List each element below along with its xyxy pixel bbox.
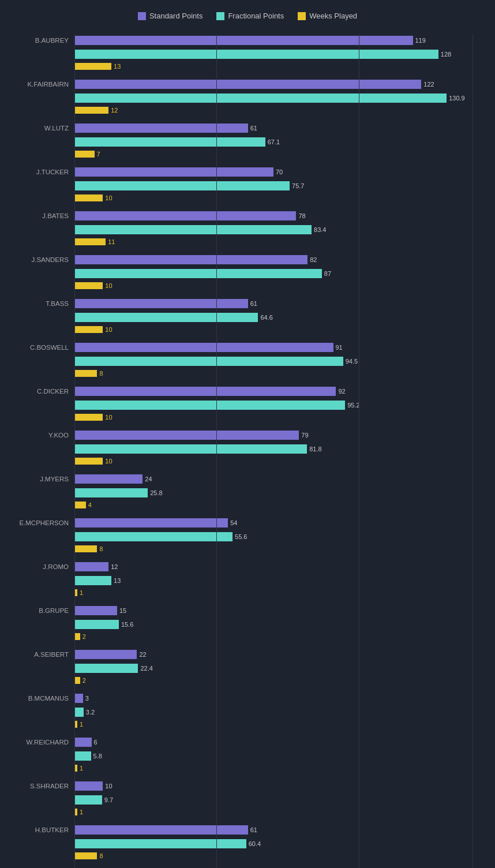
weeks-bar-track: 10 — [74, 324, 484, 335]
legend-label: Weeks Played — [309, 12, 357, 20]
standard-bar-fill — [74, 167, 273, 177]
fractional-bar-value: 75.7 — [292, 182, 304, 189]
player-name: H.BUTKER — [11, 826, 74, 833]
fractional-bar-row: 83.4 — [11, 223, 484, 236]
standard-bar-row: J.MYERS24 — [11, 473, 484, 485]
standard-bar-value: 3 — [85, 695, 89, 702]
weeks-bar-value: 13 — [114, 63, 121, 70]
weeks-bar-row: 1 — [11, 588, 484, 597]
standard-bar-value: 119 — [415, 37, 426, 44]
weeks-bar-row: 10 — [11, 281, 484, 290]
weeks-bar-value: 1 — [80, 589, 83, 596]
fractional-bar-row: 25.8 — [11, 487, 484, 499]
standard-bar-value: 15 — [119, 607, 126, 614]
fractional-bar-value: 15.6 — [121, 621, 133, 628]
bar-group: B.AUBREY11912813 — [11, 34, 484, 72]
standard-bar-track: 54 — [74, 518, 484, 528]
player-name: B.AUBREY — [11, 37, 74, 44]
weeks-bar-track: 1 — [74, 588, 484, 598]
weeks-bar-row: 11 — [11, 237, 484, 246]
legend-label: Standard Points — [149, 12, 203, 20]
fractional-bar-fill — [74, 401, 345, 410]
standard-bar-row: J.SANDERS82 — [11, 253, 484, 266]
fractional-bar-row: 95.2 — [11, 399, 484, 411]
standard-bar-fill — [74, 299, 248, 308]
bar-group: E.MCPHERSON5455.68 — [11, 517, 484, 555]
weeks-bar-track: 8 — [74, 368, 484, 379]
weeks-bar-fill — [74, 63, 111, 70]
weeks-bar-row: 10 — [11, 325, 484, 334]
weeks-bar-value: 7 — [97, 151, 100, 158]
fractional-bar-track: 25.8 — [74, 488, 484, 498]
weeks-bar-fill — [74, 545, 97, 552]
fractional-bar-value: 3.2 — [86, 709, 95, 716]
fractional-bar-fill — [74, 50, 438, 59]
weeks-bar-fill — [74, 326, 103, 333]
bar-group: J.SANDERS828710 — [11, 253, 484, 291]
legend-swatch — [298, 12, 306, 20]
standard-bar-value: 82 — [310, 256, 317, 263]
weeks-bar-track: 2 — [74, 631, 484, 642]
standard-bar-row: A.SEIBERT22 — [11, 648, 484, 661]
fractional-bar-track: 75.7 — [74, 181, 484, 191]
weeks-bar-track: 12 — [74, 105, 484, 115]
fractional-bar-track: 87 — [74, 268, 484, 279]
fractional-bar-value: 128 — [441, 51, 451, 58]
standard-bar-row: S.SHRADER10 — [11, 780, 484, 792]
fractional-bar-value: 55.6 — [235, 533, 247, 540]
fractional-bar-fill — [74, 620, 119, 629]
fractional-bar-row: 3.2 — [11, 706, 484, 719]
standard-bar-value: 122 — [423, 81, 434, 88]
standard-bar-row: B.MCMANUS3 — [11, 692, 484, 705]
weeks-bar-fill — [74, 107, 108, 114]
standard-bar-value: 61 — [250, 125, 257, 132]
standard-bar-row: K.FAIRBAIRN122 — [11, 78, 484, 91]
weeks-bar-track: 10 — [74, 412, 484, 422]
weeks-bar-track: 13 — [74, 61, 484, 72]
standard-bar-row: B.AUBREY119 — [11, 34, 484, 47]
standard-bar-track: 61 — [74, 123, 484, 133]
player-name: W.REICHARD — [11, 739, 74, 746]
fractional-bar-row: 9.7 — [11, 794, 484, 806]
weeks-bar-value: 11 — [108, 238, 115, 245]
fractional-bar-fill — [74, 664, 138, 673]
fractional-bar-row: 15.6 — [11, 618, 484, 631]
standard-bar-row: C.BOSWELL91 — [11, 341, 484, 354]
fractional-bar-value: 95.2 — [347, 402, 359, 409]
fractional-bar-track: 3.2 — [74, 707, 484, 717]
fractional-bar-row: 81.8 — [11, 443, 484, 455]
fractional-bar-row: 60.4 — [11, 837, 484, 850]
standard-bar-value: 22 — [139, 651, 146, 658]
fractional-bar-value: 60.4 — [249, 840, 261, 847]
standard-bar-fill — [74, 431, 299, 440]
fractional-bar-fill — [74, 751, 91, 761]
bar-group: B.GRUPE1515.62 — [11, 604, 484, 642]
fractional-bar-fill — [74, 269, 322, 278]
player-name: J.SANDERS — [11, 256, 74, 263]
weeks-bar-track: 2 — [74, 675, 484, 686]
standard-bar-track: 15 — [74, 605, 484, 616]
fractional-bar-fill — [74, 225, 312, 234]
fractional-bar-row: 130.9 — [11, 92, 484, 104]
fractional-bar-fill — [74, 795, 102, 805]
bar-group: Y.KOO7981.810 — [11, 429, 484, 467]
standard-bar-fill — [74, 343, 333, 352]
weeks-bar-value: 10 — [105, 458, 112, 465]
bar-group: K.FAIRBAIRN122130.912 — [11, 78, 484, 116]
fractional-bar-value: 5.8 — [93, 753, 102, 760]
weeks-bar-fill — [74, 282, 103, 289]
player-name: J.BATES — [11, 212, 74, 219]
fractional-bar-track: 94.5 — [74, 356, 484, 366]
weeks-bar-row: 2 — [11, 676, 484, 685]
bar-group: H.BUTKER6160.48 — [11, 824, 484, 862]
player-name: K.FAIRBAIRN — [11, 81, 74, 88]
standard-bar-value: 24 — [145, 476, 152, 482]
weeks-bar-fill — [74, 721, 77, 728]
weeks-bar-value: 10 — [105, 414, 112, 421]
fractional-bar-value: 64.6 — [260, 314, 272, 321]
fractional-bar-track: 22.4 — [74, 663, 484, 674]
fractional-bar-value: 87 — [324, 270, 331, 277]
fractional-bar-row: 64.6 — [11, 311, 484, 324]
weeks-bar-track: 4 — [74, 500, 484, 510]
player-name: T.BASS — [11, 300, 74, 307]
